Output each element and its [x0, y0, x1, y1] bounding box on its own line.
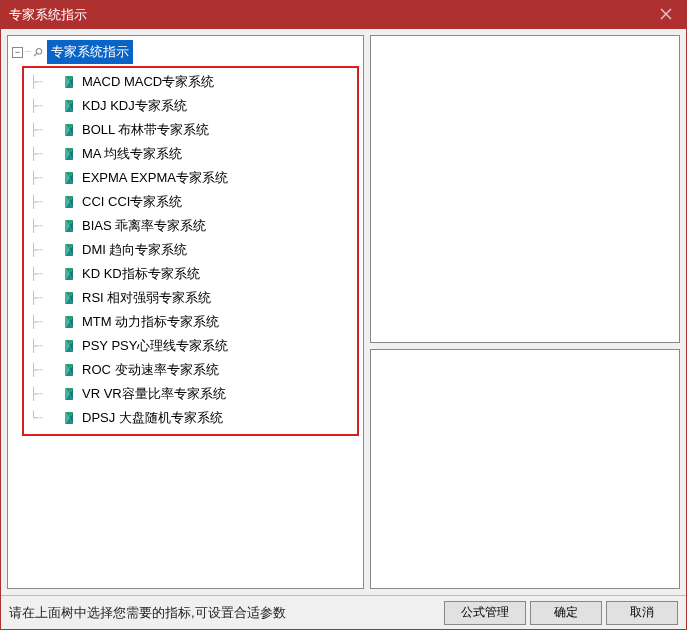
tree-item-label: KDJ KDJ专家系统 — [82, 95, 187, 117]
tree-item[interactable]: ├┈KDJ KDJ专家系统 — [24, 94, 351, 118]
tree-item[interactable]: └┈DPSJ 大盘随机专家系统 — [24, 406, 351, 430]
tree-connector: ├┈ — [24, 143, 62, 165]
tree-item[interactable]: ├┈BOLL 布林带专家系统 — [24, 118, 351, 142]
tree-item[interactable]: ├┈BIAS 乖离率专家系统 — [24, 214, 351, 238]
tree-item[interactable]: ├┈CCI CCI专家系统 — [24, 190, 351, 214]
indicator-icon — [62, 363, 76, 377]
footer-hint: 请在上面树中选择您需要的指标,可设置合适参数 — [9, 604, 440, 622]
tree-connector: ┈ — [25, 41, 30, 63]
tree-item[interactable]: ├┈PSY PSY心理线专家系统 — [24, 334, 351, 358]
indicator-icon — [62, 339, 76, 353]
tree-item[interactable]: ├┈EXPMA EXPMA专家系统 — [24, 166, 351, 190]
tree-panel: − ┈ ⚲ 专家系统指示 ├┈MACD MACD专家系统├┈KDJ KDJ专家系… — [7, 35, 364, 589]
tree-item[interactable]: ├┈MA 均线专家系统 — [24, 142, 351, 166]
indicator-icon — [62, 219, 76, 233]
indicator-icon — [62, 243, 76, 257]
indicator-icon — [62, 123, 76, 137]
tree-connector: ├┈ — [24, 215, 62, 237]
tree-item-label: CCI CCI专家系统 — [82, 191, 182, 213]
indicator-icon — [62, 387, 76, 401]
ok-button[interactable]: 确定 — [530, 601, 602, 625]
tree-item-label: MACD MACD专家系统 — [82, 71, 214, 93]
indicator-icon — [62, 99, 76, 113]
tree-item[interactable]: ├┈MACD MACD专家系统 — [24, 70, 351, 94]
tree-item-label: BOLL 布林带专家系统 — [82, 119, 209, 141]
preview-panel-bottom — [370, 349, 680, 589]
tree-root: − ┈ ⚲ 专家系统指示 ├┈MACD MACD专家系统├┈KDJ KDJ专家系… — [12, 40, 359, 436]
tree-connector: └┈ — [24, 407, 62, 429]
tree-item-label: DMI 趋向专家系统 — [82, 239, 187, 261]
tree-item-label: ROC 变动速率专家系统 — [82, 359, 219, 381]
cancel-button[interactable]: 取消 — [606, 601, 678, 625]
indicator-icon — [62, 75, 76, 89]
tree-item-label: DPSJ 大盘随机专家系统 — [82, 407, 223, 429]
tree-connector: ├┈ — [24, 359, 62, 381]
tree-children-box: ├┈MACD MACD专家系统├┈KDJ KDJ专家系统├┈BOLL 布林带专家… — [22, 66, 359, 436]
tree-connector: ├┈ — [24, 287, 62, 309]
tree-root-label: 专家系统指示 — [47, 40, 133, 64]
tree-item-label: MTM 动力指标专家系统 — [82, 311, 219, 333]
close-icon — [660, 6, 672, 24]
tree-connector: ├┈ — [24, 167, 62, 189]
dialog-body: − ┈ ⚲ 专家系统指示 ├┈MACD MACD专家系统├┈KDJ KDJ专家系… — [1, 29, 686, 595]
tree-connector: ├┈ — [24, 191, 62, 213]
footer: 请在上面树中选择您需要的指标,可设置合适参数 公式管理 确定 取消 — [1, 595, 686, 629]
tree-item-label: EXPMA EXPMA专家系统 — [82, 167, 228, 189]
tree-connector: ├┈ — [24, 383, 62, 405]
tree-connector: ├┈ — [24, 239, 62, 261]
tree-connector: ├┈ — [24, 119, 62, 141]
window-title: 专家系统指示 — [9, 6, 646, 24]
right-panel — [370, 35, 680, 589]
tree-root-row[interactable]: − ┈ ⚲ 专家系统指示 — [12, 40, 359, 64]
tree-item[interactable]: ├┈RSI 相对强弱专家系统 — [24, 286, 351, 310]
indicator-icon — [62, 411, 76, 425]
tree-connector: ├┈ — [24, 311, 62, 333]
tree-item-label: MA 均线专家系统 — [82, 143, 182, 165]
tree-item[interactable]: ├┈MTM 动力指标专家系统 — [24, 310, 351, 334]
tree-item[interactable]: ├┈DMI 趋向专家系统 — [24, 238, 351, 262]
preview-panel-top — [370, 35, 680, 343]
tree-item-label: VR VR容量比率专家系统 — [82, 383, 226, 405]
indicator-icon — [62, 195, 76, 209]
tree-item[interactable]: ├┈ROC 变动速率专家系统 — [24, 358, 351, 382]
dialog-window: 专家系统指示 − ┈ ⚲ 专家系统指示 ├┈MACD MACD专家系统├┈KDJ… — [0, 0, 687, 630]
indicator-icon — [62, 291, 76, 305]
tree-item-label: BIAS 乖离率专家系统 — [82, 215, 206, 237]
indicator-icon — [62, 147, 76, 161]
collapse-icon[interactable]: − — [12, 47, 23, 58]
titlebar: 专家系统指示 — [1, 1, 686, 29]
tree-connector: ├┈ — [24, 335, 62, 357]
tree-connector: ├┈ — [24, 71, 62, 93]
indicator-icon — [62, 315, 76, 329]
indicator-icon — [62, 267, 76, 281]
tree-item-label: KD KD指标专家系统 — [82, 263, 200, 285]
tree-connector: ├┈ — [24, 263, 62, 285]
tree-item[interactable]: ├┈VR VR容量比率专家系统 — [24, 382, 351, 406]
indicator-icon — [62, 171, 76, 185]
close-button[interactable] — [646, 1, 686, 29]
formula-manage-button[interactable]: 公式管理 — [444, 601, 526, 625]
tree-item[interactable]: ├┈KD KD指标专家系统 — [24, 262, 351, 286]
tree-item-label: PSY PSY心理线专家系统 — [82, 335, 228, 357]
tree-item-label: RSI 相对强弱专家系统 — [82, 287, 211, 309]
tree-connector: ├┈ — [24, 95, 62, 117]
